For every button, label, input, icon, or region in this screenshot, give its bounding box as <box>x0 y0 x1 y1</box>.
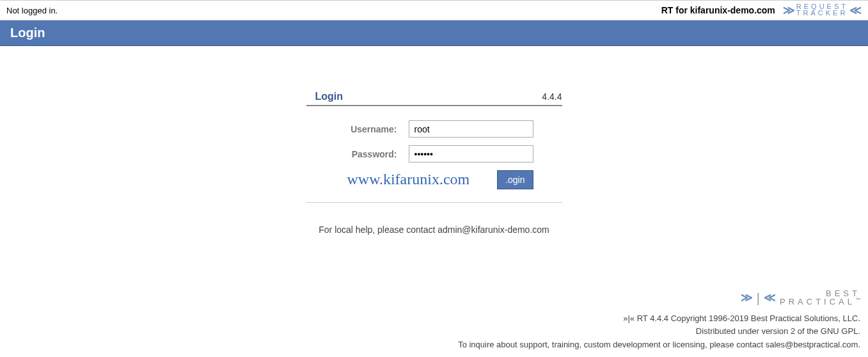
page-title: Login <box>10 26 45 40</box>
site-title: RT for kifarunix-demo.com <box>661 5 775 15</box>
chevron-right-icon: ≫ <box>741 289 753 307</box>
topbar-right: RT for kifarunix-demo.com ≫ REQUEST TRAC… <box>661 3 862 17</box>
password-row: Password: <box>306 145 562 163</box>
topbar: Not logged in. RT for kifarunix-demo.com… <box>0 0 868 20</box>
username-input[interactable] <box>409 120 533 138</box>
license-text: Distributed under version 2 of the GNU G… <box>458 325 860 338</box>
chevron-left-icon: ≪ <box>764 289 776 307</box>
logo-text: REQUEST TRACKER <box>796 4 848 17</box>
login-button[interactable]: .ogin <box>497 170 533 189</box>
username-label: Username: <box>306 124 409 134</box>
password-label: Password: <box>306 149 409 159</box>
login-header: Login 4.4.4 <box>306 91 562 106</box>
bp-logo-text: BEST PRACTICAL™ <box>780 290 860 306</box>
version-text: 4.4.4 <box>542 91 562 102</box>
copyright-text: »|« RT 4.4.4 Copyright 1996-2019 Best Pr… <box>458 312 860 326</box>
watermark-text: www.kifarunix.com <box>347 171 470 188</box>
submit-row: www.kifarunix.com .ogin <box>306 170 562 191</box>
footer: ≫ | ≪ BEST PRACTICAL™ »|« RT 4.4.4 Copyr… <box>458 288 860 352</box>
username-row: Username: <box>306 120 562 138</box>
chevron-right-icon: ≫ <box>783 3 795 17</box>
divider-icon: | <box>757 288 760 308</box>
chevron-left-icon: ≪ <box>849 3 862 17</box>
login-box: Login 4.4.4 Username: Password: www.kifa… <box>306 91 562 235</box>
login-divider <box>306 202 562 216</box>
help-text: For local help, please contact admin@kif… <box>306 225 562 235</box>
status-text: Not logged in. <box>6 6 58 15</box>
login-box-title: Login <box>306 91 343 102</box>
best-practical-logo[interactable]: ≫ | ≪ BEST PRACTICAL™ <box>458 288 860 308</box>
request-tracker-logo[interactable]: ≫ REQUEST TRACKER ≪ <box>783 3 862 17</box>
password-input[interactable] <box>409 145 533 163</box>
page-title-band: Login <box>0 20 868 46</box>
contact-text: To inquire about support, training, cust… <box>458 338 860 352</box>
